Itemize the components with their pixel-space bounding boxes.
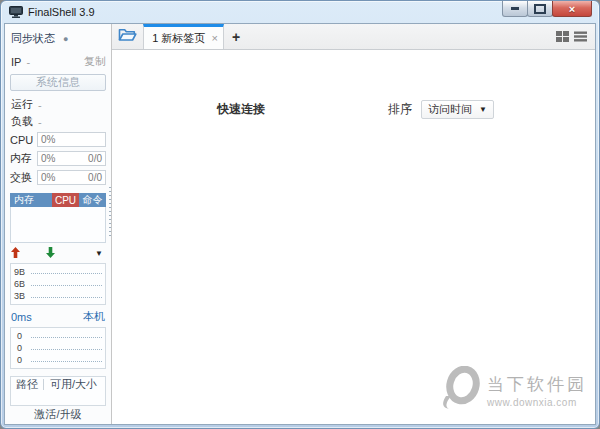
ip-label: IP	[11, 56, 21, 68]
latency-row: 0ms 本机	[11, 310, 105, 324]
tab-close-icon[interactable]: ×	[212, 32, 218, 44]
chart-options-dropdown-icon[interactable]: ▼	[95, 249, 103, 258]
status-dot-icon: ●	[63, 34, 68, 44]
app-frame: 同步状态 ● IP - 复制 系统信息 运行 - 负载 - CPU	[4, 23, 596, 425]
maximize-button[interactable]	[527, 1, 553, 17]
quick-connect-panel: 快速连接 排序 访问时间 ▼	[112, 50, 595, 424]
app-icon	[9, 6, 23, 18]
memory-usage-field: 0% 0/0	[37, 151, 106, 166]
watermark-logo-icon	[437, 366, 483, 414]
window-controls: ×	[503, 1, 592, 17]
watermark-site-url: www.downxia.com	[487, 397, 587, 408]
net-tick: 6B	[14, 279, 31, 289]
dropdown-arrow-icon: ▼	[479, 105, 487, 114]
ping-tick: 0	[14, 355, 31, 365]
main-area: 1 新标签页 × +	[112, 24, 595, 424]
cpu-usage-field: 0%	[37, 132, 106, 147]
new-tab-button[interactable]: +	[224, 24, 248, 49]
ping-tick: 0	[14, 331, 31, 341]
disk-table: 路径 可用/大小	[10, 376, 106, 406]
monitor-tab-command[interactable]: 命令	[79, 193, 106, 207]
cpu-percent: 0%	[41, 134, 55, 145]
memory-ratio: 0/0	[88, 153, 102, 164]
view-switcher	[556, 24, 587, 49]
sync-status-label: 同步状态	[11, 31, 55, 46]
swap-percent: 0%	[41, 172, 55, 183]
monitor-tab-cpu[interactable]: CPU	[52, 193, 79, 207]
memory-usage-row: 内存 0% 0/0	[10, 151, 106, 166]
activate-upgrade-link[interactable]: 激活/升级	[10, 406, 106, 424]
ip-value: -	[26, 56, 30, 68]
upload-arrow-icon	[11, 247, 20, 260]
column-divider	[43, 379, 44, 390]
open-folder-icon	[118, 27, 137, 46]
run-value: -	[38, 99, 42, 111]
sidebar: 同步状态 ● IP - 复制 系统信息 运行 - 负载 - CPU	[5, 24, 112, 424]
memory-percent: 0%	[41, 153, 55, 164]
maximize-icon	[534, 4, 546, 14]
sync-status-row: 同步状态 ●	[11, 31, 106, 46]
swap-usage-row: 交换 0% 0/0	[10, 170, 106, 185]
load-value: -	[38, 116, 42, 128]
minimize-button[interactable]	[502, 1, 528, 17]
monitor-chart-area	[10, 207, 106, 243]
sort-dropdown[interactable]: 访问时间 ▼	[421, 100, 494, 119]
load-label: 负载	[11, 114, 33, 129]
system-info-button[interactable]: 系统信息	[10, 74, 106, 91]
close-button[interactable]: ×	[552, 1, 592, 17]
minimize-icon	[511, 7, 519, 10]
copy-link[interactable]: 复制	[84, 54, 106, 69]
network-chart: 9B 6B 3B	[10, 263, 106, 305]
monitor-tab-memory[interactable]: 内存	[10, 193, 52, 207]
download-arrow-icon	[46, 247, 55, 260]
ping-tick: 0	[14, 343, 31, 353]
load-row: 负载 -	[11, 115, 106, 128]
latency-value: 0ms	[11, 311, 32, 323]
swap-label: 交换	[10, 170, 37, 185]
disk-col-path: 路径	[11, 377, 43, 392]
quick-connect-header: 快速连接 排序 访问时间 ▼	[217, 99, 494, 119]
net-tick: 3B	[14, 291, 31, 301]
swap-usage-field: 0% 0/0	[37, 170, 106, 185]
ping-chart: 0 0 0	[10, 327, 106, 369]
watermark: 当下软件园 www.downxia.com	[437, 366, 587, 414]
sort-label: 排序	[388, 101, 412, 118]
list-view-icon[interactable]	[574, 28, 587, 46]
tab-label: 1 新标签页	[149, 31, 209, 46]
memory-label: 内存	[10, 151, 37, 166]
disk-table-header: 路径 可用/大小	[11, 377, 105, 393]
ip-row: IP - 复制	[11, 54, 106, 69]
disk-col-size: 可用/大小	[50, 377, 97, 392]
sort-dropdown-value: 访问时间	[428, 102, 472, 117]
run-row: 运行 -	[11, 98, 106, 111]
latency-host[interactable]: 本机	[83, 309, 105, 324]
connection-manager-button[interactable]	[112, 24, 143, 49]
titlebar[interactable]: FinalShell 3.9 ×	[1, 1, 599, 23]
close-icon: ×	[569, 3, 575, 15]
cpu-label: CPU	[10, 134, 37, 146]
net-tick: 9B	[14, 267, 31, 277]
cpu-usage-row: CPU 0%	[10, 132, 106, 147]
splitter-grip[interactable]	[109, 187, 111, 237]
tab-new-tab-page[interactable]: 1 新标签页 ×	[143, 24, 224, 49]
grid-view-icon[interactable]	[556, 28, 569, 46]
swap-ratio: 0/0	[88, 172, 102, 183]
watermark-site-name: 当下软件园	[487, 373, 587, 396]
tab-bar: 1 新标签页 × +	[112, 24, 595, 50]
monitor-tabs: 内存 CPU 命令	[10, 193, 106, 207]
run-label: 运行	[11, 97, 33, 112]
window: FinalShell 3.9 × 同步状态 ● IP - 复制 系统信息 运行	[0, 0, 600, 429]
network-arrows-row: ▼	[11, 247, 105, 260]
window-title: FinalShell 3.9	[28, 6, 95, 18]
quick-connect-title: 快速连接	[217, 101, 265, 118]
